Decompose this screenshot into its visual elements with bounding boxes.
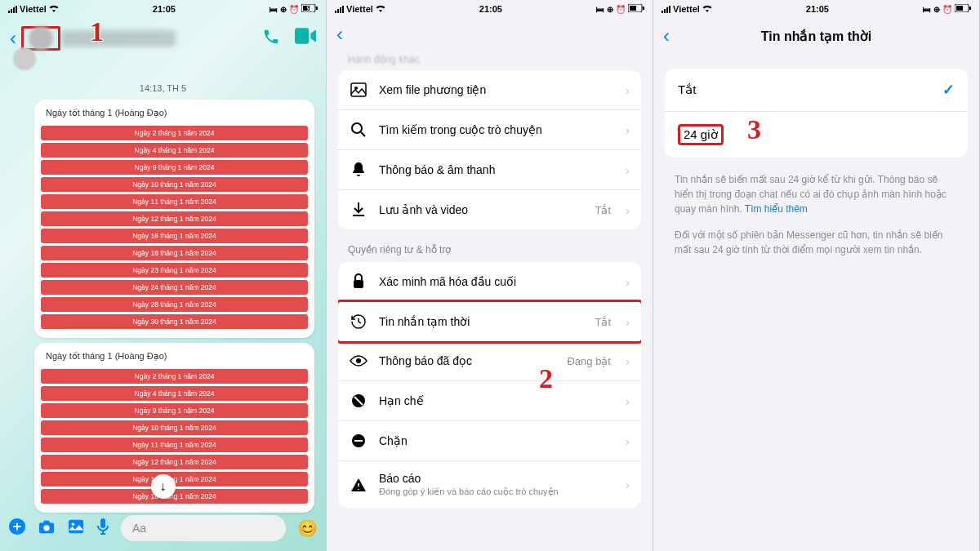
disappearing-messages-item[interactable]: Tin nhắn tạm thời Tắt › bbox=[338, 300, 641, 344]
clock-icon: ⏰ bbox=[942, 5, 952, 14]
option-label: Tắt bbox=[678, 82, 696, 97]
page-title: Tin nhắn tạm thời bbox=[761, 29, 871, 44]
date-pill: Ngày 10 tháng 1 năm 2024 bbox=[41, 420, 308, 435]
eye-icon bbox=[350, 352, 368, 370]
warning-icon bbox=[350, 476, 368, 494]
svg-point-14 bbox=[352, 123, 362, 133]
contact-name[interactable] bbox=[61, 30, 176, 47]
item-label: Báo cáo bbox=[379, 472, 611, 485]
date-pill: Ngày 23 tháng 1 năm 2024 bbox=[41, 263, 308, 278]
clock-label: 21:05 bbox=[153, 4, 176, 14]
search-icon bbox=[350, 121, 368, 139]
video-button[interactable] bbox=[295, 28, 316, 49]
carrier-label: Viettel bbox=[673, 4, 700, 14]
date-pill: Ngày 11 tháng 1 năm 2024 bbox=[41, 194, 308, 209]
clock-icon: ⏰ bbox=[289, 5, 299, 14]
save-media-item[interactable]: Lưu ảnh và video Tắt › bbox=[338, 190, 641, 229]
svg-rect-10 bbox=[643, 7, 644, 10]
wifi-icon bbox=[376, 4, 385, 14]
restrict-icon bbox=[350, 392, 368, 410]
option-off[interactable]: Tắt ✓ bbox=[665, 69, 968, 112]
verify-encryption-item[interactable]: Xác minh mã hóa đầu cuối › bbox=[338, 262, 641, 302]
svg-rect-19 bbox=[354, 440, 363, 442]
emoji-button[interactable]: 😊 bbox=[297, 518, 318, 538]
message-card[interactable]: Ngày tốt tháng 1 (Hoàng Đạo) Ngày 2 thán… bbox=[34, 100, 314, 338]
svg-rect-21 bbox=[969, 7, 971, 10]
section-header: Hành động khác bbox=[327, 51, 653, 70]
step-1-marker: 1 bbox=[90, 16, 104, 47]
restrict-item[interactable]: Hạn chế › bbox=[338, 381, 641, 421]
lock-icon bbox=[350, 273, 368, 291]
search-chat-item[interactable]: Tìm kiếm trong cuộc trò chuyện › bbox=[338, 110, 641, 150]
description-text: Tin nhắn sẽ biến mất sau 24 giờ kể từ kh… bbox=[653, 169, 979, 224]
privacy-group: Xác minh mã hóa đầu cuối › Tin nhắn tạm … bbox=[338, 262, 641, 508]
date-pill: Ngày 2 tháng 1 năm 2024 bbox=[41, 126, 308, 140]
scroll-down-button[interactable]: ↓ bbox=[151, 474, 176, 499]
screen-header: ‹ Tin nhắn tạm thời bbox=[653, 18, 979, 54]
image-icon bbox=[350, 81, 368, 99]
block-item[interactable]: Chặn › bbox=[338, 421, 641, 461]
notifications-item[interactable]: Thông báo & âm thanh › bbox=[338, 150, 641, 190]
block-icon bbox=[350, 432, 368, 450]
chevron-icon: › bbox=[626, 478, 630, 491]
media-files-item[interactable]: Xem file phương tiện › bbox=[338, 70, 641, 110]
alarm-icon: ⊕ bbox=[280, 5, 287, 14]
svg-point-7 bbox=[72, 522, 75, 526]
mic-button[interactable] bbox=[96, 518, 109, 540]
item-label: Tin nhắn tạm thời bbox=[379, 315, 583, 328]
back-button[interactable]: ‹ bbox=[336, 23, 343, 46]
item-label: Chặn bbox=[379, 434, 611, 447]
camera-button[interactable] bbox=[38, 518, 56, 539]
gallery-button[interactable] bbox=[67, 518, 85, 539]
call-button[interactable] bbox=[262, 28, 280, 49]
svg-rect-11 bbox=[630, 6, 636, 11]
back-button[interactable]: ‹ bbox=[10, 27, 16, 50]
date-pill: Ngày 12 tháng 1 năm 2024 bbox=[41, 211, 308, 226]
chevron-icon: › bbox=[626, 83, 630, 97]
chevron-icon: › bbox=[626, 123, 630, 137]
carrier-label: Viettel bbox=[346, 4, 373, 14]
timestamp-label: 14:13, TH 5 bbox=[0, 83, 326, 93]
date-pill: Ngày 28 tháng 1 năm 2024 bbox=[41, 297, 308, 312]
card-title: Ngày tốt tháng 1 (Hoàng Đạo) bbox=[41, 106, 308, 123]
date-pill: Ngày 4 tháng 1 năm 2024 bbox=[41, 143, 308, 158]
duration-options: Tắt ✓ 24 giờ bbox=[665, 69, 968, 158]
report-item[interactable]: Báo cáo Đóng góp ý kiến và báo cáo cuộc … bbox=[338, 461, 641, 508]
date-pill: Ngày 24 tháng 1 năm 2024 bbox=[41, 280, 308, 295]
back-button[interactable]: ‹ bbox=[663, 24, 670, 47]
item-value: Tắt bbox=[595, 316, 611, 328]
svg-rect-6 bbox=[69, 519, 83, 532]
status-bar: Viettel 21:05 🛏 ⊕ ⏰ bbox=[653, 0, 979, 18]
message-input[interactable]: Aa bbox=[121, 515, 286, 541]
settings-header: ‹ bbox=[327, 18, 653, 51]
chevron-icon: › bbox=[626, 275, 630, 289]
status-bar: Viettel 21:05 🛏 ⊕ ⏰ bbox=[327, 0, 653, 18]
plus-button[interactable] bbox=[8, 518, 26, 540]
chevron-icon: › bbox=[626, 163, 630, 177]
option-24h[interactable]: 24 giờ bbox=[665, 112, 968, 158]
bed-icon: 🛏 bbox=[923, 5, 931, 14]
date-pill: Ngày 10 tháng 1 năm 2024 bbox=[41, 177, 308, 192]
item-sublabel: Đóng góp ý kiến và báo cáo cuộc trò chuy… bbox=[379, 487, 611, 497]
alarm-icon: ⊕ bbox=[607, 5, 613, 14]
svg-point-5 bbox=[43, 525, 49, 531]
clock-label: 21:05 bbox=[806, 4, 829, 14]
bed-icon: 🛏 bbox=[596, 5, 604, 14]
disappearing-messages-screen: Viettel 21:05 🛏 ⊕ ⏰ ‹ Tin nhắn tạm thời … bbox=[653, 0, 980, 551]
chevron-icon: › bbox=[626, 315, 630, 329]
learn-more-link[interactable]: Tìm hiểu thêm bbox=[745, 203, 808, 215]
date-pill: Ngày 9 tháng 1 năm 2024 bbox=[41, 403, 308, 418]
card-title: Ngày tốt tháng 1 (Hoàng Đạo) bbox=[41, 349, 308, 367]
battery-icon bbox=[955, 4, 971, 14]
signal-icon bbox=[335, 6, 344, 13]
date-pill: Ngày 2 tháng 1 năm 2024 bbox=[41, 369, 308, 384]
chevron-icon: › bbox=[626, 354, 630, 368]
clock-label: 21:05 bbox=[479, 4, 502, 14]
bell-icon bbox=[350, 161, 368, 179]
date-pill: Ngày 12 tháng 1 năm 2024 bbox=[41, 455, 308, 469]
read-receipts-item[interactable]: Thông báo đã đọc Đang bật › bbox=[338, 341, 641, 381]
item-label: Xem file phương tiện bbox=[379, 83, 611, 96]
date-pill: Ngày 11 tháng 1 năm 2024 bbox=[41, 438, 308, 452]
settings-screen: Viettel 21:05 🛏 ⊕ ⏰ ‹ Hành động khác Xem… bbox=[327, 0, 653, 551]
signal-icon bbox=[662, 6, 670, 13]
